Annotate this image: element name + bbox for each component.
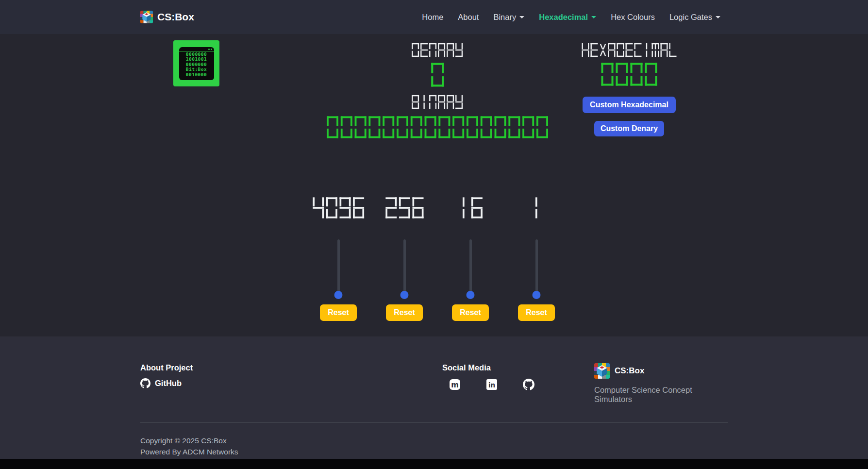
slider-thumb[interactable] <box>533 291 541 299</box>
slider-track[interactable] <box>403 239 406 295</box>
github-icon <box>140 378 150 388</box>
chevron-down-icon <box>716 16 720 18</box>
bitbox-logo: 0000000 1001001 0000000 Bit:Box 0010000 <box>173 40 219 86</box>
denary-label <box>326 43 550 57</box>
footer-divider <box>140 422 728 423</box>
github-icon[interactable] <box>523 379 534 390</box>
hexadecimal-label <box>581 43 677 57</box>
binary-display <box>326 116 550 139</box>
footer-tagline: Computer Science Concept Simulators <box>594 385 728 404</box>
footer-brand-name: CS:Box <box>615 366 644 376</box>
github-link[interactable]: GitHub <box>140 378 442 388</box>
linkedin-icon[interactable]: in <box>486 379 498 390</box>
binary-label <box>326 95 550 109</box>
slider-track[interactable] <box>337 239 340 295</box>
svg-text:m: m <box>451 381 459 389</box>
hexadecimal-simulator: 0000000 1001001 0000000 Bit:Box 0010000 … <box>0 34 868 336</box>
sliders-row: Reset Reset Reset Reset <box>305 197 569 321</box>
csbox-logo-icon <box>140 11 153 23</box>
nav-about[interactable]: About <box>451 9 486 26</box>
nav-binary-dropdown[interactable]: Binary <box>486 9 532 26</box>
about-project-heading: About Project <box>140 363 442 372</box>
slider-column-256: Reset <box>371 197 437 321</box>
bitbox-window: 0000000 1001001 0000000 Bit:Box 0010000 <box>179 47 214 80</box>
csbox-logo-icon <box>594 363 610 379</box>
nav-hex-colours[interactable]: Hex Colours <box>603 9 662 26</box>
brand-link[interactable]: CS:Box <box>140 11 194 23</box>
slider-column-4096: Reset <box>305 197 371 321</box>
place-value-display <box>384 197 425 219</box>
powered-by-text: Powered By ADCM Networks <box>140 446 728 457</box>
denary-display <box>326 62 550 87</box>
slider-track[interactable] <box>535 239 538 295</box>
navbar: CS:Box Home About Binary Hexadecimal Hex… <box>0 0 868 34</box>
chevron-down-icon <box>519 16 524 18</box>
custom-denary-button[interactable]: Custom Denary <box>594 121 664 136</box>
slider-track[interactable] <box>469 239 472 295</box>
nav-logic-gates-dropdown[interactable]: Logic Gates <box>662 9 728 26</box>
social-icons: m in <box>442 379 594 390</box>
bitbox-row: 1001001 <box>179 57 214 62</box>
mastodon-icon[interactable]: m <box>449 379 461 390</box>
nav-binary-label: Binary <box>493 13 516 22</box>
reset-button[interactable]: Reset <box>518 304 555 321</box>
place-value-display <box>530 197 543 219</box>
nav-hexadecimal-label: Hexadecimal <box>539 13 588 22</box>
social-media-heading: Social Media <box>442 363 594 372</box>
slider-thumb[interactable] <box>467 291 475 299</box>
reset-button[interactable]: Reset <box>320 304 357 321</box>
reset-button[interactable]: Reset <box>452 304 489 321</box>
chevron-down-icon <box>591 16 596 18</box>
brand-name: CS:Box <box>157 11 194 23</box>
slider-column-1: Reset <box>503 197 569 321</box>
page-bottom-strip <box>0 459 868 469</box>
slider-thumb[interactable] <box>401 291 409 299</box>
nav-hexadecimal-dropdown[interactable]: Hexadecimal <box>532 9 603 26</box>
bitbox-row: 0010000 <box>179 72 214 78</box>
footer: About Project GitHub Social Media m <box>0 336 868 459</box>
slider-thumb[interactable] <box>334 291 343 299</box>
slider-column-16: Reset <box>437 197 503 321</box>
svg-text:in: in <box>488 381 495 389</box>
hexadecimal-display <box>581 62 677 86</box>
custom-hexadecimal-button[interactable]: Custom Hexadecimal <box>583 97 676 113</box>
copyright-text: Copyright © 2025 CS:Box <box>140 435 728 446</box>
bitbox-row: Bit:Box <box>179 67 214 72</box>
nav-home[interactable]: Home <box>415 9 451 26</box>
nav-logic-gates-label: Logic Gates <box>669 13 712 22</box>
reset-button[interactable]: Reset <box>386 304 423 321</box>
place-value-display <box>457 197 484 219</box>
page: CS:Box Home About Binary Hexadecimal Hex… <box>0 0 868 469</box>
nav-links: Home About Binary Hexadecimal Hex Colour… <box>415 9 728 26</box>
github-link-label: GitHub <box>155 379 182 388</box>
place-value-display <box>312 197 365 219</box>
